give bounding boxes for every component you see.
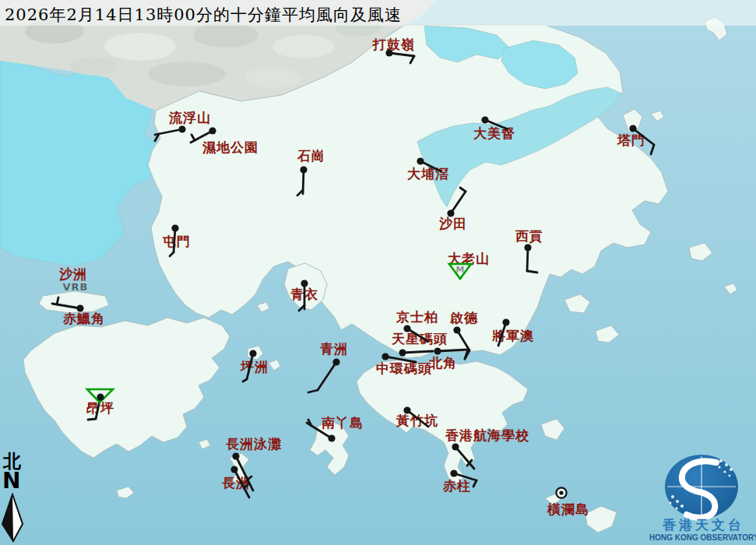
- north-arrow-icon: [0, 493, 31, 545]
- page-title: 2026年2月14日13時00分的十分鐘平均風向及風速: [5, 4, 402, 26]
- hong-kong-map: [0, 0, 756, 545]
- hko-logo-icon: [651, 452, 756, 522]
- hko-logo-name-cn: 香港天文台: [651, 519, 756, 532]
- compass-label-n: N: [2, 470, 20, 492]
- hko-logo-name-en: HONG KONG OBSERVATORY: [649, 534, 756, 542]
- compass-label-cn: 北: [3, 452, 21, 469]
- wind-map-screen: 打鼓嶺流浮山濕地公園石崗大美督塔門大埔滘沙田屯門沙洲VRB赤鱲角青衣大老山西貢京…: [0, 0, 756, 545]
- compass-north: 北 N: [0, 452, 31, 545]
- hko-logo: 香港天文台 HONG KONG OBSERVATORY: [651, 452, 756, 545]
